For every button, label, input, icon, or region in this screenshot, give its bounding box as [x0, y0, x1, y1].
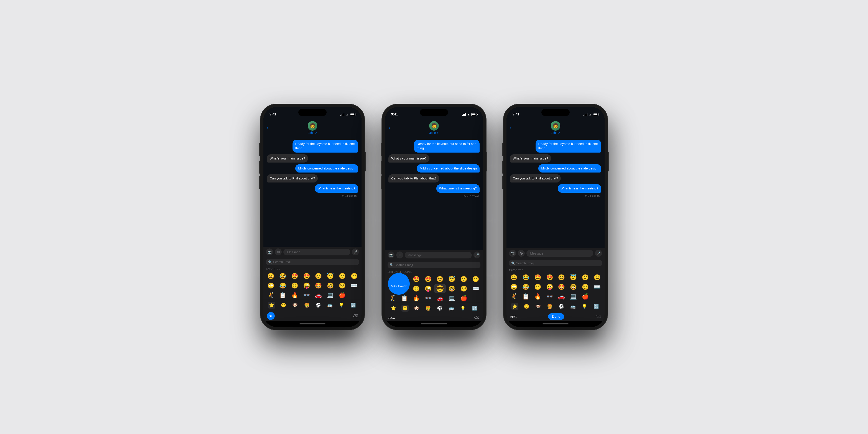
emoji-cell[interactable]: 🤩: [532, 273, 544, 282]
emoji-cell[interactable]: 😀: [265, 272, 277, 281]
cat-activity-2[interactable]: ⚽: [436, 305, 443, 312]
emoji-cell[interactable]: 😒: [337, 281, 348, 290]
cat-star-3[interactable]: ⭐: [511, 303, 519, 310]
camera-icon-1[interactable]: 📷: [266, 248, 273, 255]
emoji-cell[interactable]: ⌨️: [591, 282, 603, 291]
emoji-cell[interactable]: 🔥: [289, 290, 301, 300]
cat-activity-1[interactable]: ⚽: [315, 302, 322, 309]
emoji-cell[interactable]: 🤾: [508, 292, 520, 301]
favorites-star-button-1[interactable]: ★: [267, 312, 275, 320]
contact-info-2[interactable]: 🧑 John >: [429, 121, 439, 134]
emoji-cell[interactable]: 🤓: [324, 281, 336, 290]
emoji-cell[interactable]: 🙂: [289, 281, 301, 290]
delete-button-2[interactable]: ⌫: [474, 315, 479, 320]
emoji-cell[interactable]: 😒: [458, 284, 470, 293]
apps-icon-3[interactable]: ⊕: [518, 250, 525, 257]
emoji-cell[interactable]: 🍎: [580, 292, 591, 301]
emoji-cell[interactable]: 👓: [544, 292, 555, 301]
emoji-cell[interactable]: 😒: [580, 282, 591, 291]
emoji-cell[interactable]: 😐: [470, 275, 481, 284]
emoji-cell[interactable]: 🚗: [434, 293, 446, 303]
cat-smiley-3[interactable]: 🙂: [523, 303, 530, 310]
emoji-cell[interactable]: [470, 293, 481, 303]
emoji-cell[interactable]: 🙂: [532, 282, 544, 291]
cat-nature-3[interactable]: 🐶: [534, 303, 541, 310]
emoji-cell[interactable]: 🙂: [458, 275, 470, 284]
delete-button-1[interactable]: ⌫: [352, 314, 358, 318]
emoji-cell[interactable]: 😜: [301, 281, 312, 290]
cat-objects-2[interactable]: 💡: [459, 305, 467, 312]
emoji-cell[interactable]: 👓: [301, 290, 312, 300]
imessage-input-3[interactable]: iMessage: [526, 250, 593, 257]
camera-icon-2[interactable]: 📷: [388, 251, 395, 258]
done-button-3[interactable]: Done: [548, 313, 564, 320]
emoji-cell[interactable]: 😍: [422, 275, 434, 284]
emoji-cell[interactable]: 🔥: [532, 292, 544, 301]
emoji-cell[interactable]: 🚗: [556, 292, 567, 301]
emoji-cell[interactable]: 😂: [520, 273, 532, 282]
cat-food-3[interactable]: 🍔: [546, 303, 553, 310]
back-button-2[interactable]: ‹: [389, 125, 390, 131]
imessage-input-1[interactable]: iMessage: [283, 249, 350, 255]
emoji-cell[interactable]: 😊: [556, 273, 567, 282]
emoji-cell[interactable]: ⌨️: [348, 281, 360, 290]
emoji-cell[interactable]: 🤓: [568, 282, 579, 291]
cat-symbols-2[interactable]: 🔣: [471, 305, 478, 312]
cat-activity-3[interactable]: ⚽: [558, 303, 565, 310]
emoji-search-bar-3[interactable]: 🔍 Search Emoji: [509, 260, 602, 266]
emoji-cell[interactable]: ⌨️: [470, 284, 481, 293]
cat-objects-1[interactable]: 💡: [338, 302, 345, 309]
emoji-cell[interactable]: 😜: [422, 284, 434, 293]
cat-food-1[interactable]: 🍔: [303, 302, 310, 309]
emoji-cell[interactable]: 💻: [568, 292, 579, 301]
imessage-input-2[interactable]: iMessage: [405, 252, 472, 258]
emoji-cell[interactable]: 💻: [446, 293, 458, 303]
emoji-cell[interactable]: 🤩: [289, 272, 301, 281]
back-button-1[interactable]: ‹: [267, 125, 269, 131]
emoji-cell[interactable]: 😀: [508, 273, 520, 282]
cat-symbols-1[interactable]: 🔣: [349, 302, 357, 309]
cat-travel-1[interactable]: 🚌: [327, 302, 334, 309]
emoji-cell[interactable]: 😇: [446, 275, 458, 284]
emoji-cell[interactable]: 😍: [544, 273, 555, 282]
emoji-cell[interactable]: 🙂: [337, 272, 348, 281]
cat-star-2[interactable]: ⭐: [390, 305, 397, 312]
cat-food-2[interactable]: 🍔: [425, 305, 432, 312]
emoji-search-3[interactable]: 🔍 Search Emoji: [506, 258, 604, 268]
back-button-3[interactable]: ‹: [510, 125, 512, 131]
emoji-cell[interactable]: [591, 292, 603, 301]
audio-button-2[interactable]: 🎤: [473, 251, 480, 258]
add-to-favorites-popup[interactable]: ↓ Add to favorites: [388, 273, 410, 295]
emoji-cell[interactable]: 📋: [399, 293, 410, 303]
delete-button-3[interactable]: ⌫: [596, 314, 601, 319]
cat-star-1[interactable]: ⭐: [268, 302, 275, 309]
emoji-cell[interactable]: 🚗: [313, 290, 324, 300]
cat-nature-1[interactable]: 🐶: [291, 302, 299, 309]
emoji-cell[interactable]: 🤓: [446, 284, 458, 293]
cat-travel-2[interactable]: 🚌: [448, 305, 455, 312]
emoji-cell[interactable]: 👓: [422, 293, 434, 303]
emoji-search-bar-2[interactable]: 🔍 Search Emoji: [388, 262, 480, 268]
emoji-cell-sunglasses[interactable]: 😎: [434, 284, 446, 293]
emoji-cell[interactable]: 💻: [324, 290, 336, 300]
emoji-cell[interactable]: 📋: [277, 290, 289, 300]
emoji-cell[interactable]: 😐: [348, 272, 360, 281]
emoji-cell[interactable]: 🤩: [313, 281, 324, 290]
emoji-cell[interactable]: 🙄: [265, 281, 277, 290]
emoji-cell[interactable]: 🙂: [410, 284, 422, 293]
emoji-cell[interactable]: 🤩: [556, 282, 567, 291]
cat-travel-3[interactable]: 🚌: [569, 303, 577, 310]
audio-button-1[interactable]: 🎤: [352, 248, 359, 255]
emoji-cell[interactable]: 😜: [544, 282, 555, 291]
apps-icon-1[interactable]: ⊕: [275, 248, 282, 255]
emoji-cell[interactable]: 🤾: [387, 293, 398, 303]
audio-button-3[interactable]: 🎤: [595, 250, 602, 257]
emoji-cell[interactable]: 😂: [520, 282, 532, 291]
camera-icon-3[interactable]: 📷: [509, 250, 516, 257]
emoji-cell[interactable]: 🤾: [265, 290, 277, 300]
emoji-cell[interactable]: 😊: [434, 275, 446, 284]
emoji-cell[interactable]: 🔥: [410, 293, 422, 303]
emoji-cell[interactable]: 😇: [324, 272, 336, 281]
emoji-search-bar-1[interactable]: 🔍 Search Emoji: [266, 259, 359, 265]
emoji-cell[interactable]: 😂: [277, 281, 289, 290]
